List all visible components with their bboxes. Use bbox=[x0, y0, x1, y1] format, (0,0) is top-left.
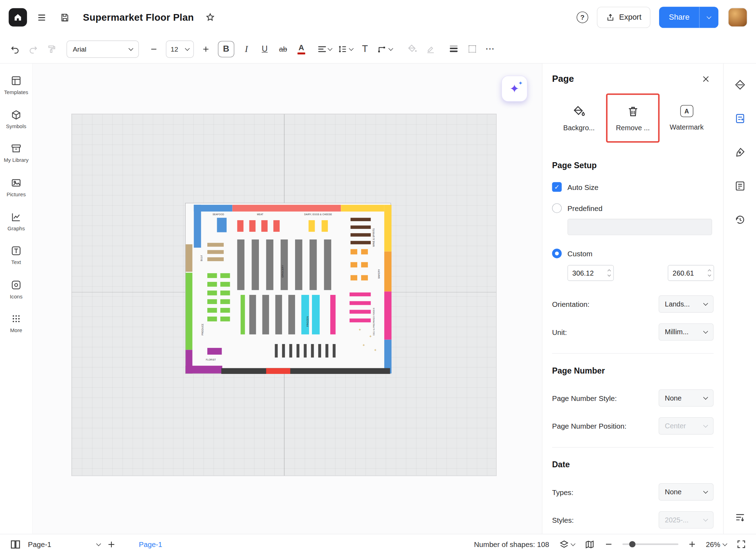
insert-text-button[interactable]: T bbox=[357, 41, 373, 57]
produce-bin-shape[interactable] bbox=[220, 317, 230, 322]
unit-select[interactable]: Millim... bbox=[659, 323, 713, 341]
wine-shelf-shape[interactable] bbox=[351, 241, 371, 244]
sidebar-item-more[interactable]: More bbox=[0, 314, 32, 334]
wine-shelf-shape[interactable] bbox=[351, 233, 371, 237]
grocery-aisle-shape[interactable] bbox=[324, 239, 331, 290]
text-align-button[interactable] bbox=[316, 41, 333, 57]
minimap-button[interactable] bbox=[584, 539, 595, 549]
produce-bin-shape[interactable] bbox=[207, 273, 217, 278]
connector-button[interactable] bbox=[375, 41, 395, 57]
wall-shape[interactable] bbox=[341, 205, 384, 211]
wine-shelf-shape[interactable] bbox=[351, 218, 371, 221]
notes-button[interactable] bbox=[731, 177, 748, 194]
wall-shape[interactable] bbox=[185, 273, 192, 350]
seafood-display-shape[interactable] bbox=[217, 218, 227, 232]
aisle-shape[interactable] bbox=[262, 295, 269, 335]
format-painter-button[interactable] bbox=[44, 41, 60, 57]
page-height-input[interactable]: 260.61 bbox=[668, 265, 714, 281]
bulk-shelf-shape[interactable] bbox=[207, 243, 224, 247]
sidebar-item-text[interactable]: Text bbox=[0, 245, 32, 265]
zoom-in-button[interactable] bbox=[688, 540, 696, 548]
share-button[interactable]: Share bbox=[659, 7, 699, 28]
grocery-aisle-shape[interactable] bbox=[295, 239, 302, 290]
grocery-aisle-shape[interactable] bbox=[266, 239, 274, 290]
italic-button[interactable]: I bbox=[238, 41, 255, 57]
sidebar-item-my-library[interactable]: My Library bbox=[0, 143, 32, 163]
add-page-button[interactable] bbox=[107, 540, 116, 549]
grocery-aisle-shape[interactable] bbox=[309, 239, 317, 290]
home-button[interactable] bbox=[9, 8, 27, 26]
menu-button[interactable] bbox=[33, 9, 50, 26]
layers-button[interactable] bbox=[559, 539, 575, 549]
sidebar-item-symbols[interactable]: Symbols bbox=[0, 109, 32, 129]
produce-bin-shape[interactable] bbox=[207, 299, 217, 304]
line-style-button[interactable] bbox=[464, 41, 480, 57]
font-color-button[interactable]: A bbox=[293, 41, 309, 57]
supermarket-floorplan[interactable]: ✦ ✦ ✦ ✦ SEAFOOD MEAT DAIRY, EGGS & CHEES… bbox=[185, 203, 391, 374]
radio-checked-icon[interactable] bbox=[552, 249, 561, 258]
bulk-shelf-shape[interactable] bbox=[207, 250, 224, 254]
meat-display-shape[interactable] bbox=[249, 220, 256, 232]
produce-bin-shape[interactable] bbox=[220, 291, 230, 296]
aisle-shape[interactable] bbox=[249, 295, 256, 335]
produce-bin-shape[interactable] bbox=[220, 299, 230, 304]
bakery-case-shape[interactable] bbox=[351, 275, 357, 281]
deli-case-shape[interactable] bbox=[330, 295, 335, 335]
font-family-select[interactable]: Arial bbox=[66, 40, 139, 58]
grocery-aisle-shape[interactable] bbox=[252, 239, 259, 290]
bakery-case-shape[interactable] bbox=[351, 249, 357, 255]
radio-unchecked-icon[interactable] bbox=[552, 203, 561, 213]
font-size-decrease-button[interactable] bbox=[145, 41, 162, 57]
zoom-slider[interactable] bbox=[623, 543, 678, 545]
florist-display-shape[interactable] bbox=[207, 348, 222, 355]
save-button[interactable] bbox=[56, 9, 73, 26]
custom-radio-row[interactable]: Custom bbox=[552, 249, 713, 258]
fill-color-button[interactable] bbox=[404, 41, 421, 57]
design-style-button[interactable] bbox=[731, 76, 748, 93]
date-types-select[interactable]: None bbox=[659, 483, 713, 501]
spinner-icon[interactable] bbox=[608, 270, 611, 276]
deli-shelf-shape[interactable] bbox=[350, 310, 371, 314]
checkout-lane-shape[interactable] bbox=[333, 344, 335, 357]
fullscreen-button[interactable] bbox=[736, 539, 747, 549]
bulk-shelf-shape[interactable] bbox=[207, 257, 224, 261]
close-panel-button[interactable] bbox=[698, 71, 713, 87]
bakery-case-shape[interactable] bbox=[351, 262, 357, 268]
signature-button[interactable] bbox=[731, 144, 748, 161]
wall-shape[interactable] bbox=[194, 205, 201, 248]
canvas-workspace[interactable]: ✦ ✦ ✦ ✦ SEAFOOD MEAT DAIRY, EGGS & CHEES… bbox=[33, 64, 542, 534]
page-tab-active[interactable]: Page-1 bbox=[139, 540, 162, 548]
predefined-radio-row[interactable]: Predefined bbox=[552, 203, 713, 213]
produce-bin-shape[interactable] bbox=[207, 282, 217, 287]
page-settings-button[interactable] bbox=[731, 110, 748, 127]
deli-shelf-shape[interactable] bbox=[350, 318, 371, 322]
redo-button[interactable] bbox=[25, 41, 41, 57]
produce-bin-shape[interactable] bbox=[220, 308, 230, 313]
sidebar-item-icons[interactable]: Icons bbox=[0, 279, 32, 299]
wall-shape[interactable] bbox=[384, 251, 392, 291]
bakery-case-shape[interactable] bbox=[361, 262, 368, 268]
avatar[interactable] bbox=[728, 8, 747, 27]
produce-bin-shape[interactable] bbox=[207, 308, 217, 313]
history-button[interactable] bbox=[731, 211, 748, 228]
share-dropdown-button[interactable] bbox=[699, 7, 718, 28]
checkout-lane-shape[interactable] bbox=[304, 344, 307, 357]
remove-background-button[interactable]: Remove ... bbox=[606, 105, 660, 131]
checkout-lane-shape[interactable] bbox=[325, 344, 328, 357]
checkout-lane-shape[interactable] bbox=[311, 344, 314, 357]
grocery-aisle-shape[interactable] bbox=[237, 239, 245, 290]
drawing-page[interactable]: ✦ ✦ ✦ ✦ SEAFOOD MEAT DAIRY, EGGS & CHEES… bbox=[71, 114, 497, 476]
ai-assistant-button[interactable]: ✦✦ bbox=[501, 75, 527, 101]
sidebar-item-pictures[interactable]: Pictures bbox=[0, 177, 32, 197]
dairy-display-shape[interactable] bbox=[308, 220, 315, 232]
zoom-slider-thumb[interactable] bbox=[629, 541, 636, 547]
produce-rack-shape[interactable] bbox=[241, 295, 245, 335]
zoom-out-button[interactable] bbox=[605, 540, 613, 548]
meat-display-shape[interactable] bbox=[273, 220, 280, 232]
more-format-button[interactable]: ··· bbox=[482, 41, 498, 57]
produce-bin-shape[interactable] bbox=[220, 273, 230, 278]
deli-shelf-shape[interactable] bbox=[350, 292, 371, 296]
page-selector[interactable]: Page-1 bbox=[28, 540, 100, 548]
page-width-input[interactable]: 306.12 bbox=[567, 265, 614, 281]
bakery-case-shape[interactable] bbox=[361, 275, 368, 281]
